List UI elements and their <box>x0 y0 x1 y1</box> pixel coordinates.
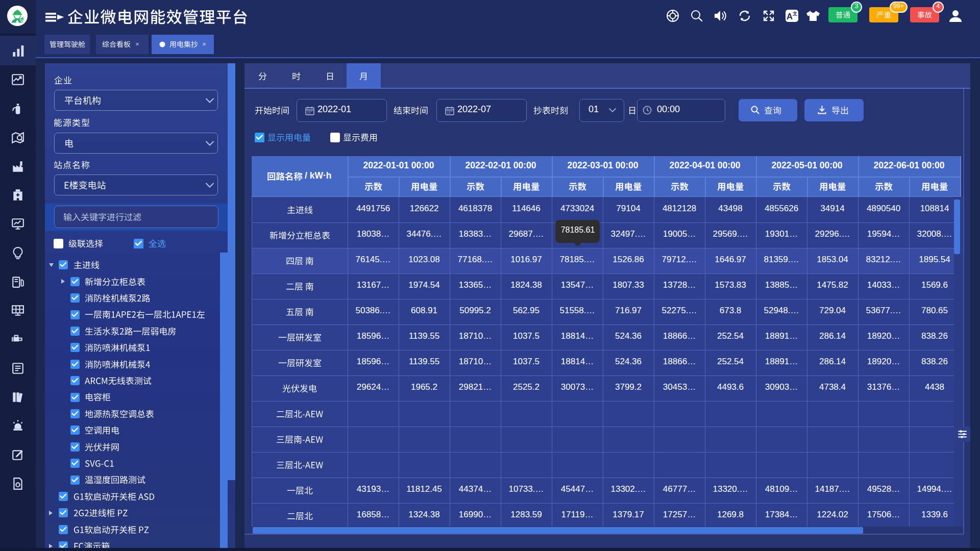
svg-text:文: 文 <box>792 11 797 16</box>
svg-text:A: A <box>787 12 793 21</box>
